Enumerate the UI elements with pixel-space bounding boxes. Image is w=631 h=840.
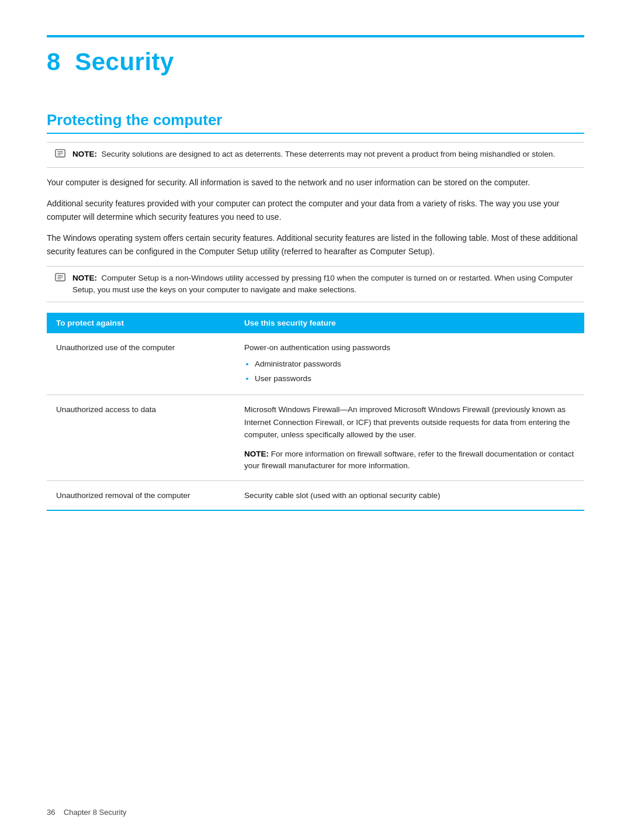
body-paragraph-3: The Windows operating system offers cert…: [47, 231, 584, 258]
table-cell-feature-2: Microsoft Windows Firewall—An improved M…: [235, 395, 584, 481]
table-header-col2: Use this security feature: [235, 313, 584, 333]
table-row: Unauthorized use of the computer Power-o…: [47, 333, 584, 395]
note-content-1: Security solutions are designed to act a…: [102, 150, 555, 158]
chapter-header: 8 Security: [47, 35, 584, 76]
note-content-2: Computer Setup is a non-Windows utility …: [72, 274, 573, 294]
body-paragraph-1: Your computer is designed for security. …: [47, 176, 584, 189]
body-paragraph-2: Additional security features provided wi…: [47, 197, 584, 223]
footer-chapter-ref: Chapter 8 Security: [55, 808, 126, 817]
page-footer: 36 Chapter 8 Security: [47, 808, 584, 817]
table-header: To protect against Use this security fea…: [47, 313, 584, 333]
table-cell-threat-1: Unauthorized use of the computer: [47, 333, 235, 395]
table-cell-threat-3: Unauthorized removal of the computer: [47, 481, 235, 510]
table-body: Unauthorized use of the computer Power-o…: [47, 333, 584, 510]
bullet-list-1: Administrator passwords User passwords: [255, 358, 575, 385]
list-item: Administrator passwords: [255, 358, 575, 371]
table-row: Unauthorized removal of the computer Sec…: [47, 481, 584, 510]
table-row: Unauthorized access to data Microsoft Wi…: [47, 395, 584, 481]
note-icon-2: [55, 273, 67, 285]
note-box-1: NOTE: Security solutions are designed to…: [47, 142, 584, 168]
table-header-col1: To protect against: [47, 313, 235, 333]
table-cell-feature-1: Power-on authentication using passwords …: [235, 333, 584, 395]
note-icon-1: [55, 149, 67, 161]
table-cell-threat-2: Unauthorized access to data: [47, 395, 235, 481]
section-title: Protecting the computer: [47, 111, 584, 134]
inline-note-2: NOTE: For more information on firewall s…: [244, 448, 575, 472]
chapter-title: 8 Security: [47, 48, 584, 76]
list-item: User passwords: [255, 372, 575, 385]
footer-text: 36: [47, 808, 55, 817]
note-box-2: NOTE: Computer Setup is a non-Windows ut…: [47, 266, 584, 303]
note-text-2: NOTE: Computer Setup is a non-Windows ut…: [72, 272, 576, 296]
note-label-2: NOTE:: [72, 274, 97, 282]
table-cell-feature-3: Security cable slot (used with an option…: [235, 481, 584, 510]
security-table: To protect against Use this security fea…: [47, 313, 584, 511]
note-text-1: NOTE: Security solutions are designed to…: [72, 148, 555, 160]
note-label-1: NOTE:: [72, 150, 97, 158]
chapter-title-text: Security: [75, 48, 174, 75]
chapter-number: 8: [47, 48, 61, 75]
